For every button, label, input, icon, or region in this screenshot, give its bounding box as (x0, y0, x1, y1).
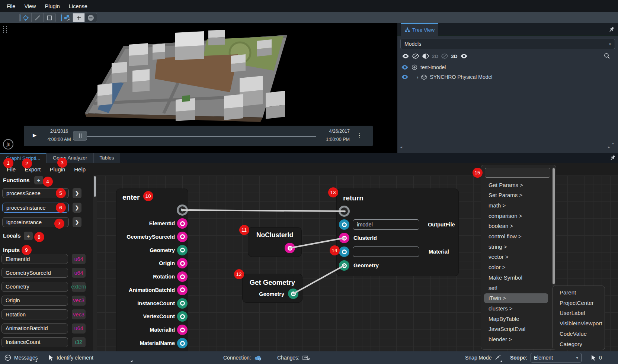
invert-visibility-icon[interactable] (422, 54, 429, 59)
connection-status[interactable]: Connection: (223, 351, 262, 364)
submenu-item-visibleinviewport[interactable]: VisibleInViewport (555, 318, 603, 328)
selection-count[interactable]: 0 (591, 351, 602, 364)
submenu-item-userlabel[interactable]: UserLabel (555, 308, 603, 318)
scrollbar-thumb[interactable] (94, 176, 96, 197)
expand-chevron-icon[interactable]: › (417, 74, 418, 80)
menubar-item-plugin[interactable]: Plugin (41, 2, 64, 11)
context-menu-item-get-params-[interactable]: Get Params > (484, 180, 548, 190)
tree-row-synchro-model[interactable]: › SYNCHRO Physical Model (401, 72, 613, 82)
tab-geom-analyzer[interactable]: Geom Analyzer (47, 153, 94, 163)
play-button[interactable]: ▶ (33, 132, 36, 138)
context-menu-item-math-[interactable]: math > (484, 200, 548, 210)
node-get-geometry[interactable]: Get Geometry Geometry (243, 274, 302, 302)
get-geometry-out-port[interactable] (288, 289, 298, 299)
context-menu-search-input[interactable] (485, 168, 550, 178)
enter-exec-out-port[interactable]: ↻ (177, 204, 188, 216)
node-return[interactable]: return → OutputFile ClusterId Material G… (337, 189, 458, 276)
point-placement-button[interactable] (20, 13, 32, 22)
node-noclusterid[interactable]: NoClusterId (248, 228, 301, 257)
rotate-selection-button[interactable] (61, 13, 73, 22)
return-clusterid-port[interactable] (339, 233, 349, 243)
identify-element-button[interactable]: Identify element (48, 351, 93, 364)
visibility-eye-icon[interactable] (401, 65, 409, 70)
add-local-button[interactable]: + (24, 232, 33, 240)
input-name-field[interactable] (1, 309, 68, 319)
timeline-kebab-menu-icon[interactable]: ⋮ (356, 131, 363, 139)
return-geometry-port[interactable] (339, 260, 349, 271)
return-material-port[interactable] (339, 247, 349, 257)
enter-port-animationbatchid[interactable] (177, 285, 188, 295)
context-menu-item-boolean-[interactable]: boolean > (484, 221, 548, 231)
context-menu-item-comparison-[interactable]: comparison > (484, 211, 548, 220)
context-menu-item-color-[interactable]: color > (484, 262, 548, 272)
left-panel-scrollbar[interactable] (93, 175, 97, 351)
2d-eye-slash-icon[interactable] (441, 54, 448, 59)
menubar-item-license[interactable]: License (65, 2, 91, 11)
pin-icon[interactable] (609, 154, 616, 161)
tree-row-imodel[interactable]: test-imodel (401, 62, 613, 72)
popup-expand-grip[interactable] (500, 360, 502, 362)
scrollbar-thumb[interactable] (553, 168, 555, 284)
context-menu-item-string-[interactable]: string > (484, 242, 548, 251)
context-menu-item-clusters-[interactable]: clusters > (484, 303, 548, 313)
tab-tables[interactable]: Tables (94, 153, 120, 163)
context-menu-item-itwin-[interactable]: iTwin > (484, 293, 548, 303)
filter-3d-label[interactable]: 3D (451, 54, 457, 59)
noclusterid-out-port[interactable] (285, 243, 295, 253)
open-function-button[interactable]: ❯ (73, 203, 81, 213)
timeline-scrubber-handle[interactable] (73, 131, 87, 141)
filter-2d-label[interactable]: 2D (432, 54, 438, 59)
3d-eye-icon[interactable] (460, 54, 468, 59)
submenu-item-parent[interactable]: Parent (555, 287, 603, 297)
toolbar-drag-handle-icon[interactable] (3, 26, 7, 33)
zoom-out-button[interactable] (85, 13, 97, 22)
context-menu-item-vector-[interactable]: vector > (484, 252, 548, 262)
tree-scroll-right-icon[interactable]: ▸ (608, 145, 610, 149)
enter-port-vertexcount[interactable] (177, 311, 188, 322)
enter-port-geometry[interactable] (177, 245, 188, 255)
input-name-field[interactable] (1, 282, 68, 292)
models-select[interactable]: Models ▾ (400, 39, 615, 49)
search-icon[interactable] (604, 53, 610, 59)
context-menu-item-set-params-[interactable]: Set Params > (484, 190, 548, 200)
return-outputfile-port[interactable] (339, 219, 349, 230)
menubar-item-file[interactable]: File (3, 2, 19, 11)
tree-scroll-down-icon[interactable]: ▾ (612, 141, 614, 145)
input-name-field[interactable] (1, 323, 68, 334)
input-name-field[interactable] (1, 337, 68, 347)
input-name-field[interactable] (1, 254, 68, 264)
show-all-eye-icon[interactable] (402, 54, 409, 59)
pin-icon[interactable] (608, 26, 615, 33)
scope-select[interactable]: Element ▾ (531, 353, 582, 363)
tree-scroll-left-icon[interactable]: ◂ (400, 145, 402, 149)
submenu-item-projectcenter[interactable]: ProjectCenter (555, 298, 603, 308)
tab-tree-view[interactable]: Tree View (401, 23, 438, 36)
context-menu-item-make-symbol[interactable]: Make Symbol (484, 273, 548, 282)
material-field[interactable] (353, 247, 419, 257)
enter-port-materialid[interactable] (177, 325, 188, 335)
messages-button[interactable]: Messages (4, 351, 38, 364)
submenu-item-category[interactable]: Category (555, 339, 603, 349)
enter-port-instancecount[interactable] (177, 298, 188, 309)
line-tool-button[interactable] (32, 13, 44, 22)
graph-menu-item-help[interactable]: Help (70, 165, 89, 174)
popup-expand-grip[interactable] (35, 360, 37, 362)
visibility-eye-icon[interactable] (401, 74, 409, 80)
snap-mode-button[interactable]: Snap Mode (465, 351, 501, 364)
menubar-item-view[interactable]: View (20, 2, 39, 11)
timeline-track[interactable] (78, 136, 316, 137)
open-function-button[interactable]: ❯ (73, 188, 81, 198)
input-name-field[interactable] (1, 268, 68, 278)
3d-viewport[interactable]: ▶ 2/1/2016 4:00:00 AM 4/26/2017 1:00:00 … (0, 23, 397, 153)
zoom-in-button[interactable] (73, 13, 85, 22)
return-exec-in-port[interactable]: → (339, 206, 350, 217)
enter-port-rotation[interactable] (177, 271, 188, 282)
context-menu-item-mapbytable[interactable]: MapByTable (484, 314, 548, 323)
enter-port-geometrysourceid[interactable] (177, 232, 188, 242)
popup-expand-grip[interactable] (130, 360, 132, 362)
enter-port-origin[interactable] (177, 258, 188, 268)
open-function-button[interactable]: ❯ (73, 217, 81, 227)
input-name-field[interactable] (1, 296, 68, 306)
add-function-button[interactable]: + (34, 176, 43, 184)
outputfile-field[interactable] (353, 219, 419, 230)
